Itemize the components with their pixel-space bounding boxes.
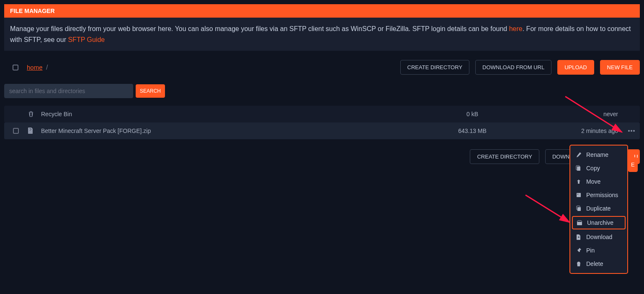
menu-label: Copy [586, 165, 600, 172]
breadcrumb: home / [27, 64, 394, 71]
svg-rect-1 [31, 129, 31, 130]
file-check-cell [4, 128, 28, 134]
page-header: FILE MANAGER [4, 4, 640, 18]
info-panel: Manage your files directly from your web… [4, 18, 640, 51]
arrow-up-icon [575, 178, 582, 185]
copy-menu-item[interactable]: Copy [570, 161, 627, 175]
permissions-menu-item[interactable]: Permissions [570, 188, 627, 202]
zip-file-icon [28, 127, 40, 134]
svg-rect-9 [577, 222, 582, 225]
duplicate-menu-item[interactable]: Duplicate [570, 202, 627, 215]
menu-label: Move [586, 178, 600, 185]
file-menu-button[interactable] [623, 130, 640, 132]
menu-label: Pin [586, 247, 595, 254]
file-list: Recycle Bin 0 kB never Better Minecraft … [4, 106, 640, 139]
download-menu-item[interactable]: Download [570, 230, 627, 244]
pin-icon [575, 247, 582, 254]
new-file-button[interactable]: NEW FILE [600, 60, 640, 75]
file-name: Recycle Bin [40, 111, 430, 117]
download-from-url-button[interactable]: DOWNLOAD FROM URL [475, 60, 551, 75]
delete-menu-item[interactable]: Delete [570, 257, 627, 271]
breadcrumb-home[interactable]: home [27, 64, 43, 71]
search-row: SEARCH [4, 84, 640, 98]
file-name: Better Minecraft Server Pack [FORGE].zip [40, 127, 430, 134]
pin-menu-item[interactable]: Pin [570, 244, 627, 257]
svg-rect-2 [30, 130, 31, 130]
bottom-toolbar: CREATE DIRECTORY DOWNLOAD FROM URL U E [4, 139, 640, 174]
context-menu: Rename Copy Move Permissions Duplicate U… [569, 145, 628, 274]
duplicate-icon [575, 205, 582, 212]
trash-icon [575, 260, 582, 267]
svg-rect-7 [577, 207, 581, 211]
search-input[interactable] [4, 84, 133, 98]
unarchive-menu-item[interactable]: Unarchive [572, 216, 626, 229]
menu-label: Unarchive [587, 219, 613, 226]
dots-icon [628, 130, 635, 132]
sftp-guide-link[interactable]: SFTP Guide [68, 36, 105, 43]
file-size: 0 kB [430, 111, 514, 117]
new-file-button-partial[interactable]: E [628, 157, 638, 172]
menu-label: Rename [586, 151, 608, 158]
svg-rect-0 [30, 128, 31, 129]
file-size: 643.13 MB [430, 127, 514, 134]
breadcrumb-separator: / [46, 64, 48, 71]
pencil-icon [575, 151, 582, 158]
file-row[interactable]: Recycle Bin 0 kB never [4, 106, 640, 122]
create-directory-button[interactable]: CREATE DIRECTORY [400, 60, 469, 75]
file-time: never [514, 111, 623, 117]
unarchive-icon [576, 219, 583, 226]
download-icon [575, 234, 582, 240]
upload-button[interactable]: UPLOAD [557, 60, 594, 75]
menu-label: Download [586, 234, 612, 240]
search-button[interactable]: SEARCH [136, 84, 165, 98]
rename-menu-item[interactable]: Rename [570, 148, 627, 161]
menu-label: Permissions [586, 192, 618, 198]
trash-icon [28, 111, 40, 117]
file-checkbox[interactable] [13, 128, 19, 134]
svg-point-6 [577, 194, 578, 195]
create-directory-button[interactable]: CREATE DIRECTORY [470, 149, 539, 164]
file-time: 2 minutes ago [514, 127, 623, 134]
copy-icon [575, 165, 582, 172]
menu-label: Delete [586, 260, 603, 267]
select-all-checkbox[interactable] [13, 65, 18, 70]
move-menu-item[interactable]: Move [570, 175, 627, 188]
info-text: Manage your files directly from your web… [10, 25, 509, 32]
here-link[interactable]: here [509, 25, 523, 32]
menu-label: Duplicate [586, 205, 611, 212]
file-row[interactable]: Better Minecraft Server Pack [FORGE].zip… [4, 122, 640, 139]
lock-icon [575, 192, 582, 198]
svg-rect-5 [577, 193, 581, 197]
svg-line-11 [526, 195, 569, 222]
top-toolbar: home / CREATE DIRECTORY DOWNLOAD FROM UR… [4, 55, 640, 80]
